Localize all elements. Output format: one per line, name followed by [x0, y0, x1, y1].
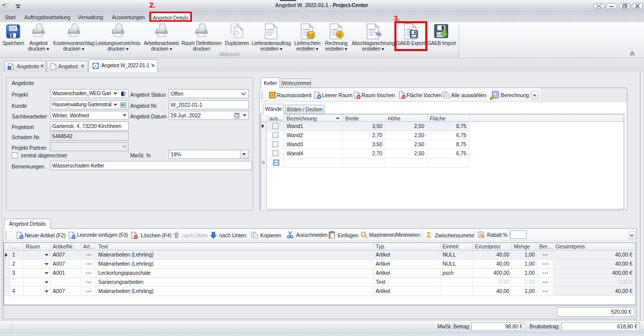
svg-text:%: % — [480, 233, 485, 239]
svg-text:i: i — [9, 66, 10, 70]
svg-text:Σ: Σ — [427, 231, 431, 239]
svg-text:%: % — [375, 30, 381, 38]
